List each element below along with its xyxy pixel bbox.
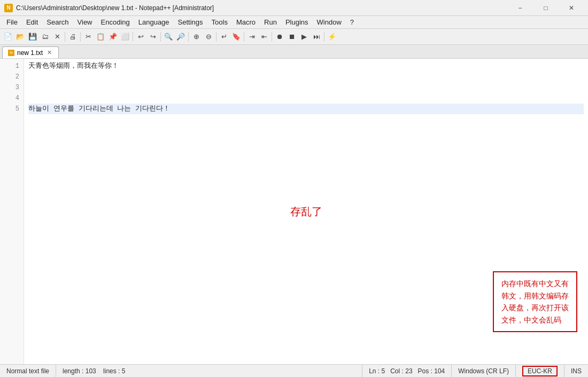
tb-save[interactable]: 💾 [27, 31, 38, 43]
tb-zoom-out[interactable]: ⊖ [203, 31, 214, 43]
editor-container: 1 2 3 4 5 天青色等烟雨，而我在等你！ 하늘이 연우를 기다리는데 나는… [0, 59, 588, 364]
code-line-5: 하늘이 연우를 기다리는데 나는 기다린다！ [28, 104, 584, 114]
menu-macro[interactable]: Macro [232, 17, 260, 28]
tb-new[interactable]: 📄 [2, 31, 14, 43]
code-line-3 [28, 82, 584, 93]
tb-macro-run-multi[interactable]: ⏭ [311, 31, 322, 43]
status-type: Normal text file [0, 365, 56, 377]
status-position: Ln : 5 Col : 23 Pos : 104 [362, 365, 452, 377]
line-num-4: 4 [0, 93, 24, 104]
tb-close[interactable]: ✕ [51, 31, 63, 43]
line-num-3: 3 [0, 82, 24, 93]
tb-findreplace[interactable]: 🔎 [175, 31, 187, 43]
line-num-1: 1 [0, 61, 24, 72]
sep5 [188, 32, 189, 42]
tb-launch[interactable]: ⚡ [326, 31, 338, 43]
window-title: C:\Users\Administrator\Desktop\new 1.txt… [16, 4, 214, 12]
menu-run[interactable]: Run [260, 17, 281, 28]
menu-tools[interactable]: Tools [207, 17, 232, 28]
sep1 [65, 32, 65, 42]
tb-zoom-in[interactable]: ⊕ [190, 31, 202, 43]
maximize-button[interactable]: □ [533, 2, 558, 14]
tb-selectall[interactable]: ⬜ [119, 31, 131, 43]
tb-paste[interactable]: 📌 [107, 31, 119, 43]
status-length: length : 103 lines : 5 [56, 365, 362, 377]
editor-content[interactable]: 天青色等烟雨，而我在等你！ 하늘이 연우를 기다리는데 나는 기다린다！ 存乱了… [24, 59, 588, 364]
close-button[interactable]: ✕ [559, 2, 584, 14]
tab-new1txt[interactable]: N new 1.txt ✕ [2, 46, 59, 58]
sep8 [272, 32, 272, 42]
tb-indent[interactable]: ⇥ [246, 31, 258, 43]
tb-macro-stop[interactable]: ⏹ [286, 31, 298, 43]
tb-macro-play[interactable]: ▶ [298, 31, 310, 43]
code-line-1: 天青色等烟雨，而我在等你！ [28, 61, 584, 72]
status-eol: Windows (CR LF) [452, 365, 516, 377]
status-bar: Normal text file length : 103 lines : 5 … [0, 364, 588, 377]
status-ins: INS [564, 365, 588, 377]
toolbar: 📄 📂 💾 🗂 ✕ 🖨 ✂ 📋 📌 ⬜ ↩ ↪ 🔍 🔎 ⊕ ⊖ ↵ 🔖 ⇥ ⇤ … [0, 29, 588, 45]
tb-copy[interactable]: 📋 [95, 31, 106, 43]
menu-plugins[interactable]: Plugins [281, 17, 313, 28]
tb-open[interactable]: 📂 [14, 31, 26, 43]
tb-print[interactable]: 🖨 [67, 31, 79, 43]
tb-redo[interactable]: ↪ [147, 31, 159, 43]
tb-cut[interactable]: ✂ [82, 31, 94, 43]
menu-language[interactable]: Language [134, 17, 174, 28]
line-num-2: 2 [0, 72, 24, 82]
tb-undo[interactable]: ↩ [135, 31, 146, 43]
status-encoding: EUC-KR [516, 365, 564, 377]
center-annotation: 存乱了 [290, 205, 322, 219]
window-controls: − □ ✕ [508, 2, 584, 14]
annotation-box: 内存中既有中文又有韩文，用韩文编码存入硬盘，再次打开该文件，中文会乱码 [493, 271, 577, 332]
menu-window[interactable]: Window [313, 17, 346, 28]
menu-settings[interactable]: Settings [174, 17, 207, 28]
sep6 [216, 32, 216, 42]
sep7 [244, 32, 244, 42]
line-numbers: 1 2 3 4 5 [0, 59, 24, 364]
tab-bar: N new 1.txt ✕ [0, 45, 588, 59]
menu-encoding[interactable]: Encoding [97, 17, 134, 28]
sep9 [324, 32, 324, 42]
tab-close-button[interactable]: ✕ [45, 49, 53, 57]
code-line-2 [28, 72, 584, 82]
minimize-button[interactable]: − [508, 2, 532, 14]
menu-bar: File Edit Search View Encoding Language … [0, 16, 588, 29]
sep4 [160, 32, 161, 42]
code-line-4 [28, 93, 584, 104]
app-icon: N [4, 4, 13, 12]
menu-edit[interactable]: Edit [22, 17, 42, 28]
sep3 [133, 32, 133, 42]
tb-wrap[interactable]: ↵ [218, 31, 230, 43]
tb-macro-rec[interactable]: ⏺ [274, 31, 285, 43]
menu-file[interactable]: File [2, 17, 22, 28]
menu-search[interactable]: Search [42, 17, 73, 28]
sep2 [80, 32, 81, 42]
tab-file-icon: N [8, 50, 14, 56]
menu-help[interactable]: ? [346, 17, 358, 28]
menu-view[interactable]: View [73, 17, 97, 28]
title-bar: N C:\Users\Administrator\Desktop\new 1.t… [0, 0, 588, 16]
annotation-text: 内存中既有中文又有韩文，用韩文编码存入硬盘，再次打开该文件，中文会乱码 [501, 279, 569, 324]
line-num-5: 5 [0, 104, 24, 114]
tb-bookmark[interactable]: 🔖 [230, 31, 242, 43]
tb-unindent[interactable]: ⇤ [258, 31, 270, 43]
tb-find[interactable]: 🔍 [163, 31, 174, 43]
tb-saveall[interactable]: 🗂 [39, 31, 51, 43]
tab-label: new 1.txt [17, 49, 43, 57]
